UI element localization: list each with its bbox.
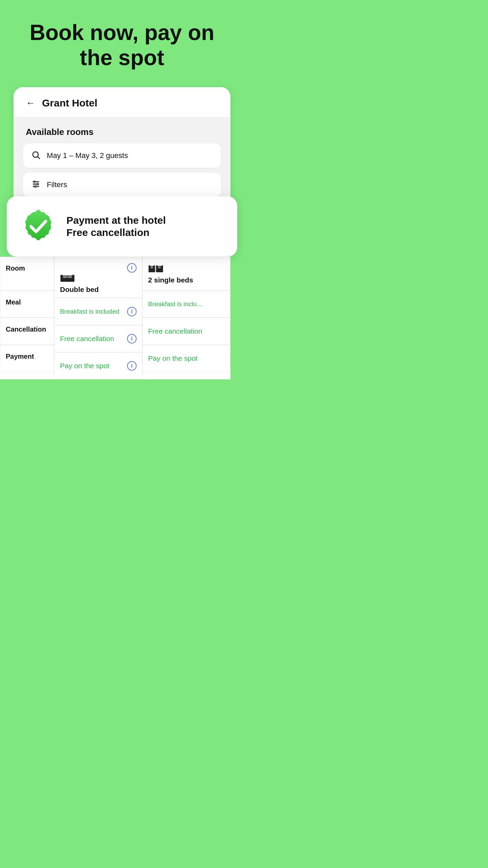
hero-title: Book now, pay on the spot [0,20,244,70]
col1-info-icon[interactable]: i [127,263,137,273]
search-bar[interactable]: May 1 – May 3, 2 guests [23,143,221,168]
payment-hotel-text: Payment at the hotel [66,214,166,226]
table-inner: Room Meal Cancellation Payment [0,257,244,379]
rooms-table-wrapper: Room Meal Cancellation Payment [0,257,244,379]
meal-label: Meal [6,298,21,306]
hotel-name: Grant Hotel [42,97,97,109]
available-rooms-section: Available rooms May 1 – May 3, 2 guests [14,117,230,206]
free-cancel-text: Free cancellation [66,226,166,239]
col1-room-name: Double bed [60,285,99,294]
available-rooms-label: Available rooms [23,127,221,137]
back-button[interactable]: ← [26,98,35,108]
svg-rect-19 [154,265,155,272]
svg-rect-22 [151,267,153,269]
label-meal: Meal [0,291,54,318]
col1-payment-info[interactable]: i [127,361,137,371]
col2-room-header: 2 single beds [142,257,230,291]
col2-payment-text: Pay on the spot [148,354,198,362]
col2-cancel-cell: Free cancellation [142,318,230,345]
col1-payment-cell: Pay on the spot i [54,352,142,379]
filters-label: Filters [47,180,67,189]
col2-payment-cell: Pay on the spot [142,345,230,372]
cancellation-label: Cancellation [6,326,46,333]
card-header: ← Grant Hotel [14,87,230,117]
label-cancellation: Cancellation [0,318,54,345]
col1-payment-text: Pay on the spot [60,362,109,370]
main-card: ← Grant Hotel Available rooms May 1 – Ma… [14,87,230,206]
search-text: May 1 – May 3, 2 guests [47,151,128,160]
room-col-1: i Double bed [54,257,142,379]
col2-room-name: 2 single beds [148,276,193,284]
payment-text-wrap: Payment at the hotel Free cancellation [66,214,166,239]
label-payment: Payment [0,345,54,372]
filters-icon [31,179,41,190]
svg-line-1 [38,157,40,159]
label-room-header: Room [0,257,54,291]
svg-rect-20 [156,265,158,272]
svg-rect-18 [149,265,150,272]
single-beds-icon [148,263,163,274]
double-bed-icon [60,273,75,283]
col1-meal-cell: Breakfast is included i [54,298,142,325]
data-columns: i Double bed [54,257,244,379]
payment-badge-card: Payment at the hotel Free cancellation [7,196,237,257]
label-column: Room Meal Cancellation Payment [0,257,54,379]
col1-meal-info[interactable]: i [127,307,137,316]
room-col-2: 2 single beds Breakfast is inclu… Free c… [142,257,230,379]
room-label: Room [6,264,25,272]
filters-button[interactable]: Filters [23,173,221,197]
svg-rect-12 [63,276,67,278]
svg-point-6 [37,183,38,185]
svg-rect-10 [61,275,63,282]
col1-cancel-info[interactable]: i [127,334,137,343]
svg-point-7 [34,186,36,188]
col2-meal-text: Breakfast is inclu… [148,300,203,308]
col1-room-header: i Double bed [54,257,142,298]
svg-point-5 [34,181,35,183]
payment-label: Payment [6,353,34,360]
col2-meal-cell: Breakfast is inclu… [142,291,230,318]
col1-cancel-text: Free cancellation [60,335,114,343]
svg-rect-21 [161,265,163,272]
col2-cancel-text: Free cancellation [148,327,202,335]
svg-point-0 [33,152,38,157]
svg-rect-13 [68,276,72,278]
svg-rect-23 [158,267,160,269]
col1-meal-text: Breakfast is included [60,308,119,316]
search-icon [31,150,41,161]
page-wrapper: Book now, pay on the spot ← Grant Hotel … [0,0,244,434]
svg-rect-11 [72,275,74,282]
green-badge [20,208,57,245]
col1-cancel-cell: Free cancellation i [54,325,142,352]
